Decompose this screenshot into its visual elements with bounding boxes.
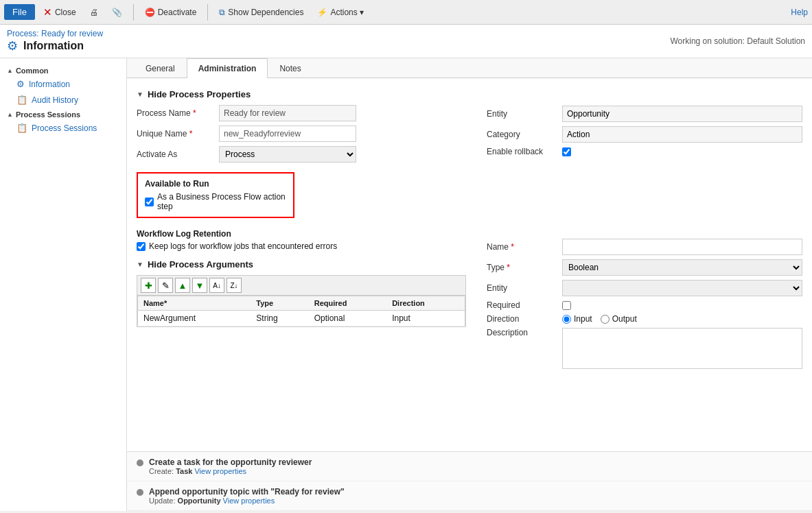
move-down-button[interactable]: ▼ (192, 278, 207, 293)
bpf-checkbox-label: As a Business Process Flow action step (157, 192, 286, 211)
process-name-row: Process Name (137, 105, 466, 121)
arg-name-input[interactable] (562, 239, 802, 255)
sidebar-section-common: Common (0, 64, 126, 76)
add-arg-button[interactable]: ✚ (141, 278, 156, 293)
tab-notes[interactable]: Notes (268, 58, 312, 78)
sort-az-button[interactable]: A↓ (209, 278, 224, 293)
entity-input[interactable] (562, 106, 802, 122)
sidebar-item-audit[interactable]: 📋 Audit History (0, 92, 126, 108)
available-to-run-title: Available to Run (145, 179, 286, 189)
attach-button[interactable]: 📎 (106, 5, 128, 19)
tab-general[interactable]: General (134, 58, 187, 78)
separator1 (133, 4, 134, 21)
sort-za-button[interactable]: Z↓ (227, 278, 242, 293)
process-name-label: Process Name (137, 108, 219, 118)
arg-entity-select[interactable] (562, 280, 802, 296)
breadcrumb[interactable]: Process: Ready for review (7, 29, 103, 38)
col-direction: Direction (386, 296, 465, 311)
process-properties-header[interactable]: ▼ Hide Process Properties (137, 89, 466, 99)
sidebar-section-process-sessions: Process Sessions (0, 108, 126, 120)
activity-dot (137, 489, 143, 496)
enable-rollback-label: Enable rollback (487, 147, 562, 156)
activate-as-row: Activate As Process (137, 146, 466, 163)
process-name-input[interactable] (219, 105, 356, 121)
arg-name-label: Name (487, 242, 562, 252)
arg-required-cell: Optional (309, 311, 386, 326)
arg-direction-label: Direction (487, 314, 562, 324)
direction-radio-group: Input Output (562, 314, 637, 324)
print-icon: 🖨 (90, 8, 98, 17)
available-to-run-box: Available to Run As a Business Process F… (137, 172, 294, 218)
direction-input-label: Input (574, 314, 592, 324)
print-button[interactable]: 🖨 (84, 5, 104, 19)
workflow-log-section: Workflow Log Retention Keep logs for wor… (137, 229, 466, 251)
category-input[interactable] (562, 126, 802, 143)
dependencies-icon: ⧉ (219, 8, 225, 17)
direction-output-option: Output (601, 314, 637, 324)
arrow-icon2: ▼ (137, 261, 143, 268)
move-up-button[interactable]: ▲ (175, 278, 190, 293)
process-arguments-header[interactable]: ▼ Hide Process Arguments (137, 259, 466, 270)
arg-direction-cell: Input (386, 311, 465, 326)
tab-administration[interactable]: Administration (187, 58, 268, 78)
table-row[interactable]: NewArgument String Optional Input (138, 311, 465, 326)
category-label: Category (487, 130, 562, 139)
workflow-log-label: Keep logs for workflow jobs that encount… (149, 241, 337, 251)
arg-entity-label: Entity (487, 283, 562, 293)
unique-name-input[interactable] (219, 126, 356, 142)
arg-type-row: Type Boolean String Integer (487, 259, 802, 276)
solution-info: Working on solution: Default Solution (670, 36, 805, 46)
entity-row: Entity (487, 106, 802, 122)
attach-icon: 📎 (112, 8, 122, 17)
unique-name-label: Unique Name (137, 129, 219, 139)
arg-required-checkbox[interactable] (562, 301, 571, 310)
args-table: Name* Type Required Direction NewArgumen… (137, 296, 465, 326)
edit-arg-button[interactable]: ✎ (158, 278, 173, 293)
process-sessions-icon: 📋 (16, 123, 27, 133)
close-button[interactable]: ✕ Close (38, 4, 82, 21)
enable-rollback-checkbox[interactable] (562, 147, 571, 156)
col-required: Required (309, 296, 386, 311)
sidebar-item-information[interactable]: ⚙ Information (0, 76, 126, 92)
file-button[interactable]: File (4, 4, 35, 20)
close-icon: ✕ (43, 6, 52, 19)
workflow-log-checkbox[interactable] (137, 242, 146, 251)
unique-name-row: Unique Name (137, 126, 466, 142)
bpf-checkbox-row: As a Business Process Flow action step (145, 192, 286, 211)
direction-input-radio[interactable] (562, 315, 571, 324)
category-row: Category (487, 126, 802, 143)
arg-name-cell: NewArgument (138, 311, 251, 326)
col-name: Name* (138, 296, 251, 311)
information-icon: ⚙ (16, 79, 25, 89)
arg-type-select[interactable]: Boolean String Integer (562, 259, 802, 276)
activity-title: Create a task for the opportunity review… (149, 457, 312, 467)
arg-required-row: Required (487, 300, 802, 310)
arg-name-row: Name (487, 239, 802, 255)
activity-view-properties[interactable]: View properties (223, 497, 275, 505)
show-dependencies-button[interactable]: ⧉ Show Dependencies (213, 5, 309, 19)
arrow-icon: ▼ (137, 91, 143, 98)
direction-input-option: Input (562, 314, 592, 324)
col-type: Type (251, 296, 308, 311)
activate-as-select[interactable]: Process (219, 146, 356, 163)
form-content: ▼ Hide Process Properties Process Name U… (127, 78, 812, 451)
actions-button[interactable]: ⚡ Actions ▾ (312, 5, 369, 19)
sidebar-item-process-sessions[interactable]: 📋 Process Sessions (0, 120, 126, 136)
activity-view-properties[interactable]: View properties (194, 467, 246, 475)
deactivate-button[interactable]: ⛔ Deactivate (139, 5, 202, 19)
arg-description-label: Description (487, 328, 562, 337)
content-area: General Administration Notes ▼ Hide Proc… (127, 58, 812, 511)
toolbar: File ✕ Close 🖨 📎 ⛔ Deactivate ⧉ Show Dep… (0, 0, 812, 25)
arg-description-textarea[interactable] (562, 328, 802, 369)
arg-type-label: Type (487, 263, 562, 272)
direction-output-label: Output (612, 314, 637, 324)
entity-label: Entity (487, 109, 562, 119)
activity-sub: Update: Opportunity View properties (149, 497, 345, 505)
activate-as-label: Activate As (137, 150, 219, 159)
header-bar: Process: Ready for review ⚙ Information … (0, 25, 812, 58)
direction-output-radio[interactable] (601, 315, 610, 324)
bpf-checkbox[interactable] (145, 198, 154, 206)
args-table-container: Name* Type Required Direction NewArgumen… (137, 295, 466, 327)
help-link[interactable]: Help (791, 8, 808, 17)
activity-sub: Create: Task View properties (149, 467, 312, 475)
